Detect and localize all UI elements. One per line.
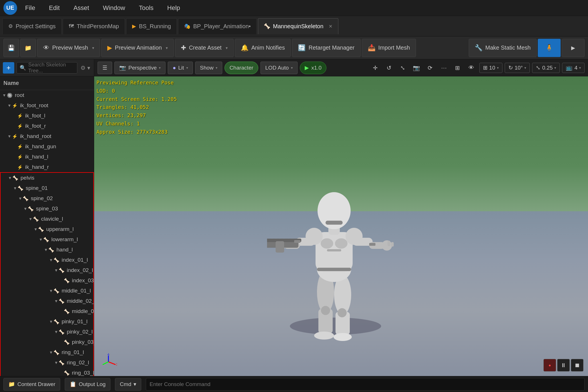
bs-running-icon: ▶ bbox=[132, 23, 136, 29]
bone-pelvis-arrow: ▼ bbox=[8, 176, 13, 180]
pause-button[interactable]: ⏸ bbox=[557, 359, 570, 371]
extra-button[interactable]: ▶ bbox=[562, 39, 585, 57]
bone-ik-foot-l[interactable]: ⚡ ik_foot_l bbox=[0, 111, 94, 121]
tab-third-person-map[interactable]: 🗺 ThirdPersonMap bbox=[63, 18, 125, 34]
tab-mannequin-skeleton[interactable]: 🦴 MannequinSkeleton ✕ bbox=[258, 18, 338, 34]
bone-ik-foot-r-label: ik_foot_r bbox=[25, 123, 46, 129]
record-button[interactable]: ● bbox=[543, 359, 556, 371]
bone-pinky-01-l[interactable]: ▼ 🦴 pinky_01_l bbox=[1, 316, 93, 327]
viewport-scale-value: 0.25 bbox=[542, 65, 553, 71]
bone-pinky-03-l[interactable]: 🦴 pinky_03_l bbox=[1, 337, 93, 347]
viewport-scale-snap-control[interactable]: ⤡ 0.25 ▾ bbox=[532, 63, 560, 73]
save-button[interactable]: 💾 bbox=[3, 39, 19, 57]
bone-index-01-l[interactable]: ▼ 🦴 index_01_l bbox=[1, 255, 93, 265]
character-preview-button[interactable]: 🧍 bbox=[538, 39, 561, 57]
bone-spine-01[interactable]: ▼ 🦴 spine_01 bbox=[1, 183, 93, 193]
ue-logo[interactable]: UE bbox=[3, 1, 17, 15]
bone-ring-02-l[interactable]: ▼ 🦴 ring_02_l bbox=[1, 358, 93, 368]
bone-ring-01-l-icon: 🦴 bbox=[54, 350, 60, 355]
bone-lowerarm-l[interactable]: ▼ 🦴 lowerarm_l bbox=[1, 234, 93, 245]
viewport-translate-button[interactable]: ✛ bbox=[370, 62, 381, 74]
viewport-camera-button[interactable]: 📷 bbox=[411, 62, 422, 74]
tab-project-settings[interactable]: ⚙ Project Settings bbox=[2, 18, 62, 34]
viewport-rotate-button[interactable]: ↺ bbox=[383, 62, 395, 74]
viewport-grid-size-control[interactable]: ⊞ 10 ▾ bbox=[479, 63, 502, 73]
tab-bar: ⚙ Project Settings 🗺 ThirdPersonMap ▶ BS… bbox=[0, 16, 588, 36]
menu-window[interactable]: Window bbox=[100, 3, 127, 13]
viewport-grid-button[interactable]: ⊞ bbox=[452, 62, 463, 74]
viewport-menu-button[interactable]: ☰ bbox=[98, 62, 112, 74]
viewport-play-button[interactable]: ▶ x1.0 bbox=[300, 62, 326, 74]
bone-ik-foot-r[interactable]: ⚡ ik_foot_r bbox=[0, 121, 94, 131]
bone-index-02-l[interactable]: ▼ 🦴 index_02_l bbox=[1, 265, 93, 275]
abdomen-detail bbox=[327, 249, 341, 251]
bone-upperarm-l[interactable]: ▼ 🦴 upperarm_l bbox=[1, 224, 93, 234]
cmd-dropdown-button[interactable]: Cmd ▾ bbox=[115, 378, 141, 391]
viewport-canvas[interactable]: Previewing Reference Pose LOD: 0 Current… bbox=[94, 76, 588, 376]
menu-tools[interactable]: Tools bbox=[137, 3, 156, 13]
viewport-more-button[interactable]: ⋯ bbox=[438, 62, 450, 74]
bone-spine-02-label: spine_02 bbox=[31, 195, 53, 202]
retarget-manager-button[interactable]: 🔄 Retarget Manager bbox=[292, 39, 360, 57]
bone-ik-hand-l[interactable]: ⚡ ik_hand_l bbox=[0, 152, 94, 162]
bone-ik-hand-r[interactable]: ⚡ ik_hand_r bbox=[0, 162, 94, 172]
bone-ring-03-l[interactable]: 🦴 ring_03_l bbox=[1, 368, 93, 376]
viewport-rotation-value: 10° bbox=[515, 65, 523, 71]
bone-ring-01-l[interactable]: ▼ 🦴 ring_01_l bbox=[1, 347, 93, 358]
bone-root[interactable]: ▼ 🔘 root bbox=[0, 90, 94, 100]
bone-ik-foot-root[interactable]: ▼ ⚡ ik_foot_root bbox=[0, 100, 94, 111]
menu-help[interactable]: Help bbox=[165, 3, 182, 13]
bone-pinky-02-l-label: pinky_02_l bbox=[67, 329, 93, 335]
tab-bs-running[interactable]: ▶ BS_Running bbox=[126, 18, 177, 34]
viewport-show-button[interactable]: Show ▾ bbox=[195, 62, 223, 74]
viewport-screen-pct-control[interactable]: 📺 4 ▾ bbox=[562, 63, 585, 73]
bone-ik-hand-root-icon: ⚡ bbox=[12, 134, 19, 139]
viewport-character-button[interactable]: Character bbox=[225, 62, 258, 74]
menu-edit[interactable]: Edit bbox=[47, 3, 62, 13]
bone-hand-l[interactable]: ▼ 🦴 hand_l bbox=[1, 245, 93, 255]
tab-close-button[interactable]: ✕ bbox=[329, 24, 332, 29]
viewport-eye-button[interactable]: 👁 bbox=[466, 62, 477, 74]
console-command-input[interactable] bbox=[146, 378, 585, 391]
menu-asset[interactable]: Asset bbox=[71, 3, 91, 13]
content-drawer-button[interactable]: 📁 Content Drawer bbox=[3, 378, 60, 391]
bone-pelvis[interactable]: ▼ 🦴 pelvis bbox=[1, 173, 93, 183]
preview-animation-button[interactable]: ▶ Preview Animation ▾ bbox=[101, 39, 174, 57]
import-mesh-icon: 📥 bbox=[368, 44, 375, 52]
bone-spine-02[interactable]: ▼ 🦴 spine_02 bbox=[1, 193, 93, 204]
bone-middle-01-l[interactable]: ▼ 🦴 middle_01_l bbox=[1, 286, 93, 296]
output-log-label: Output Log bbox=[79, 381, 106, 387]
viewport-rotation-snap-control[interactable]: ↻ 10° ▾ bbox=[505, 63, 530, 73]
bone-index-02-l-label: index_02_l bbox=[67, 267, 93, 273]
bone-index-01-l-arrow: ▼ bbox=[49, 258, 54, 262]
bone-ik-hand-root[interactable]: ▼ ⚡ ik_hand_root bbox=[0, 131, 94, 141]
create-asset-button[interactable]: ✚ Create Asset ▾ bbox=[175, 39, 234, 57]
skeleton-settings-button[interactable]: ⚙ ▾ bbox=[80, 62, 91, 74]
bone-index-03-l[interactable]: 🦴 index_03_l bbox=[1, 275, 93, 286]
make-static-mesh-button[interactable]: 🔧 Make Static Mesh bbox=[469, 39, 537, 57]
bone-pelvis-icon: 🦴 bbox=[13, 175, 19, 181]
bone-pinky-02-l[interactable]: ▼ 🦴 pinky_02_l bbox=[1, 327, 93, 337]
output-log-button[interactable]: 📋 Output Log bbox=[65, 378, 110, 391]
preview-mesh-button[interactable]: 👁 Preview Mesh ▾ bbox=[37, 39, 100, 57]
bone-pinky-03-l-label: pinky_03_l bbox=[72, 339, 94, 345]
import-mesh-button[interactable]: 📥 Import Mesh bbox=[362, 39, 416, 57]
viewport-reset-button[interactable]: ⟳ bbox=[425, 62, 436, 74]
bone-ik-hand-gun[interactable]: ⚡ ik_hand_gun bbox=[0, 141, 94, 152]
menu-file[interactable]: File bbox=[23, 3, 37, 13]
viewport-lod-button[interactable]: LOD Auto ▾ bbox=[260, 62, 298, 74]
viewport-scale-button[interactable]: ⤡ bbox=[397, 62, 409, 74]
axis-gizmo-svg: X Z bbox=[100, 353, 117, 370]
viewport-perspective-button[interactable]: 📷 Perspective ▾ bbox=[114, 62, 165, 74]
bone-clavicle-l[interactable]: ▼ 🦴 clavicle_l bbox=[1, 214, 93, 224]
bone-spine-03[interactable]: ▼ 🦴 spine_03 bbox=[1, 204, 93, 214]
viewport-lit-button[interactable]: ● Lit ▾ bbox=[168, 62, 193, 74]
browse-button[interactable]: 📁 bbox=[20, 39, 36, 57]
stop-button[interactable]: ⏹ bbox=[571, 359, 583, 371]
bone-middle-02-l[interactable]: ▼ 🦴 middle_02_l bbox=[1, 296, 93, 306]
add-bone-button[interactable]: + bbox=[3, 62, 14, 74]
anim-notifies-button[interactable]: 🔔 Anim Notifies bbox=[235, 39, 291, 57]
bone-middle-03-l[interactable]: 🦴 middle_03_l bbox=[1, 306, 93, 316]
viewport-perspective-arrow: ▾ bbox=[159, 66, 161, 70]
tab-bp-player[interactable]: 🎭 BP_Player_Animation• bbox=[178, 18, 257, 34]
